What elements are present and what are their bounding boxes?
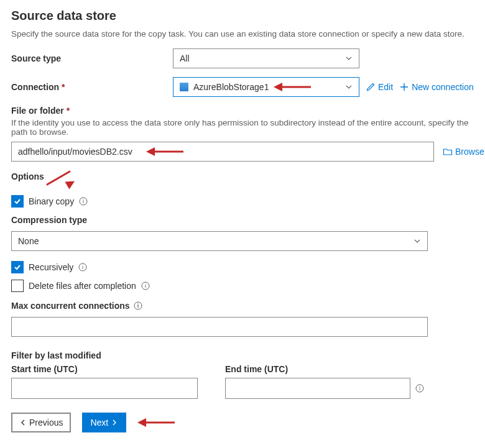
folder-icon	[443, 147, 453, 157]
recursively-checkbox[interactable]	[11, 261, 24, 273]
annotation-arrow-icon	[274, 82, 311, 92]
source-type-select[interactable]: All	[173, 48, 359, 68]
options-label: Options	[11, 171, 44, 181]
new-connection-button[interactable]: New connection	[399, 82, 474, 92]
source-type-label: Source type	[11, 53, 173, 63]
file-path-input[interactable]: adfhello/input/moviesDB2.csv	[11, 142, 434, 162]
binary-copy-checkbox[interactable]	[11, 195, 24, 208]
browse-label: Browse	[455, 147, 484, 157]
chevron-right-icon	[111, 419, 118, 426]
delete-after-label: Delete files after completion	[29, 281, 136, 291]
compression-type-label: Compression type	[11, 215, 474, 225]
storage-icon	[180, 83, 188, 91]
recursively-label: Recursively	[29, 262, 73, 272]
source-type-value: All	[180, 53, 190, 63]
edit-icon	[366, 82, 376, 92]
info-icon[interactable]: i	[79, 197, 88, 206]
compression-type-value: None	[18, 236, 39, 246]
svg-text:i: i	[419, 385, 420, 391]
svg-text:i: i	[83, 198, 84, 204]
page-title: Source data store	[11, 9, 474, 23]
svg-text:i: i	[145, 283, 146, 289]
previous-button[interactable]: Previous	[11, 413, 71, 432]
max-conn-input[interactable]	[11, 317, 428, 337]
info-icon[interactable]: i	[415, 384, 424, 393]
chevron-down-icon	[413, 237, 421, 245]
max-conn-label: Max concurrent connections	[11, 301, 130, 311]
browse-button[interactable]: Browse	[443, 147, 484, 157]
end-time-label: End time (UTC)	[225, 364, 424, 374]
plus-icon	[399, 82, 409, 92]
connection-value: AzureBlobStorage1	[193, 82, 269, 92]
annotation-arrow-icon	[146, 147, 183, 157]
compression-type-select[interactable]: None	[11, 231, 428, 251]
file-path-value: adfhello/input/moviesDB2.csv	[18, 147, 132, 157]
chevron-down-icon	[345, 83, 353, 91]
svg-text:i: i	[137, 303, 139, 309]
annotation-arrow-icon	[47, 169, 76, 186]
chevron-down-icon	[345, 55, 353, 62]
start-time-input[interactable]	[11, 378, 198, 399]
file-folder-label: File or folder	[11, 106, 474, 116]
delete-after-checkbox[interactable]	[11, 280, 24, 292]
previous-label: Previous	[29, 418, 63, 427]
next-label: Next	[90, 418, 108, 427]
info-icon[interactable]: i	[134, 301, 142, 310]
edit-connection-button[interactable]: Edit	[366, 82, 393, 92]
svg-text:i: i	[82, 264, 83, 270]
connection-label: Connection	[11, 82, 173, 92]
chevron-left-icon	[19, 419, 27, 426]
annotation-arrow-icon	[137, 418, 175, 427]
checkmark-icon	[13, 197, 22, 206]
binary-copy-label: Binary copy	[29, 196, 74, 206]
info-icon[interactable]: i	[78, 263, 87, 272]
end-time-input[interactable]	[225, 378, 410, 399]
file-folder-help: If the identity you use to access the da…	[11, 118, 474, 137]
checkmark-icon	[13, 263, 22, 272]
next-button[interactable]: Next	[82, 413, 126, 432]
edit-label: Edit	[378, 82, 393, 92]
connection-select[interactable]: AzureBlobStorage1	[173, 77, 359, 97]
filter-label: Filter by last modified	[11, 350, 474, 360]
new-connection-label: New connection	[412, 82, 474, 92]
start-time-label: Start time (UTC)	[11, 364, 210, 374]
info-icon[interactable]: i	[141, 281, 150, 290]
page-subtitle: Specify the source data store for the co…	[11, 29, 474, 39]
